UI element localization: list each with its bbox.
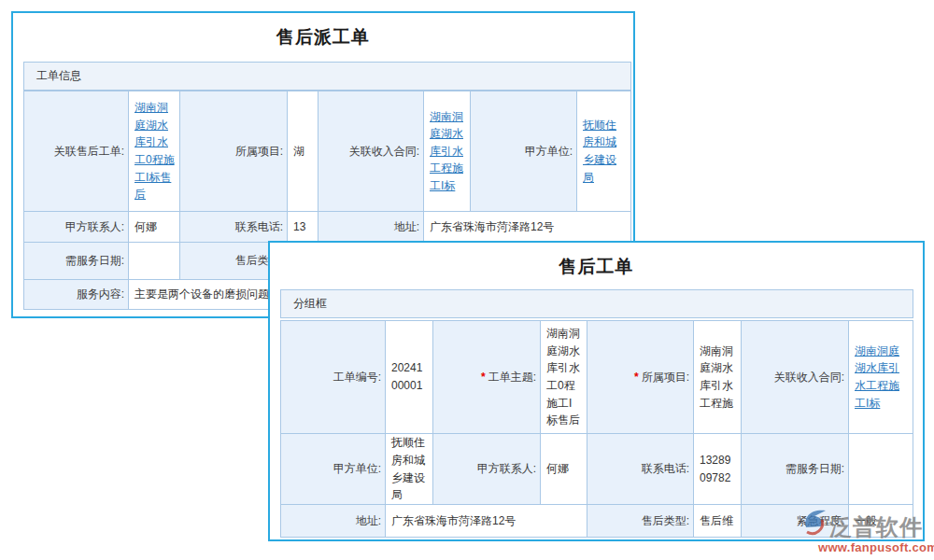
- workorder-title: 售后工单: [270, 255, 923, 279]
- wo-address-value: 广东省珠海市菏泽路12号: [386, 505, 587, 538]
- dispatch-group-header: 工单信息: [23, 62, 631, 91]
- dispatch-row-1: 关联售后工单: 湖南洞庭湖水库引水工0程施工I标售后 所属项目: 湖 关联收入合…: [24, 91, 631, 212]
- address-value: 广东省珠海市菏泽路12号: [424, 212, 631, 243]
- related-service-order-value: 湖南洞庭湖水库引水工0程施工I标售后: [129, 91, 180, 212]
- party-a-contact-value: 何娜: [129, 212, 180, 243]
- phone-value: 13: [288, 212, 318, 243]
- workorder-row-3: 地址: 广东省珠海市菏泽路12号 售后类型: 售后维 紧急程度: 一般: [281, 505, 913, 538]
- workorder-row-2: 甲方单位: 抚顺住房和城乡建设局 甲方联系人: 何娜 联系电话: 1328909…: [281, 434, 913, 505]
- page: 售后派工单 工单信息 关联售后工单: 湖南洞庭湖水库引水工0程施工I标售后 所属…: [0, 0, 934, 560]
- subject-label-text: 工单主题:: [488, 369, 536, 386]
- wo-income-contract-value: 湖南洞庭湖水库引水工程施工I标: [849, 321, 913, 434]
- service-date-value: [129, 243, 180, 280]
- workorder-group: 分组框 工单编号: 2024100001 *工单主题: 湖南洞庭湖水库引水工0程…: [280, 289, 913, 538]
- wo-party-a-contact-value: 何娜: [541, 434, 587, 505]
- related-service-order-link[interactable]: 湖南洞庭湖水库引水工0程施工I标售后: [134, 99, 175, 203]
- income-contract-value: 湖南洞庭湖水库引水工程施工I标: [424, 91, 471, 212]
- service-content-label: 服务内容:: [24, 280, 129, 310]
- wo-phone-value: 1328909782: [694, 434, 742, 505]
- address-label: 地址:: [318, 212, 424, 243]
- wo-party-a-unit-label: 甲方单位:: [281, 434, 386, 505]
- wo-phone-label: 联系电话:: [587, 434, 694, 505]
- income-contract-label: 关联收入合同:: [318, 91, 424, 212]
- project-value: 湖: [288, 91, 318, 212]
- wo-income-contract-label: 关联收入合同:: [742, 321, 849, 434]
- wo-party-a-contact-label: 甲方联系人:: [433, 434, 541, 505]
- required-asterisk: *: [481, 369, 486, 386]
- subject-label: *工单主题:: [433, 321, 541, 434]
- wo-project-value: 湖南洞庭湖水库引水工程施: [694, 321, 742, 434]
- wo-project-label-text: 所属项目:: [642, 369, 689, 386]
- workorder-group-header: 分组框: [280, 289, 913, 318]
- required-asterisk: *: [634, 369, 639, 386]
- order-no-label: 工单编号:: [281, 321, 386, 434]
- watermark-url-text: www.fanpusoft.com: [818, 540, 934, 554]
- dispatch-title: 售后派工单: [13, 25, 633, 49]
- subject-value: 湖南洞庭湖水库引水工0程施工I标售后: [541, 321, 587, 434]
- wo-service-type-label: 售后类型:: [587, 505, 694, 538]
- workorder-row-1: 工单编号: 2024100001 *工单主题: 湖南洞庭湖水库引水工0程施工I标…: [281, 321, 913, 434]
- wo-income-contract-link[interactable]: 湖南洞庭湖水库引水工程施工I标: [855, 343, 908, 412]
- wo-address-label: 地址:: [281, 505, 386, 538]
- income-contract-link[interactable]: 湖南洞庭湖水库引水工程施工I标: [430, 108, 465, 195]
- work-order-window: 售后工单 分组框 工单编号: 2024100001 *工单主题: 湖南洞庭湖水库…: [268, 241, 925, 541]
- wo-project-label: *所属项目:: [587, 321, 694, 434]
- wo-party-a-unit-value: 抚顺住房和城乡建设局: [386, 434, 433, 505]
- party-a-contact-label: 甲方联系人:: [24, 212, 129, 243]
- phone-label: 联系电话:: [180, 212, 288, 243]
- workorder-table: 工单编号: 2024100001 *工单主题: 湖南洞庭湖水库引水工0程施工I标…: [280, 320, 913, 538]
- order-no-value: 2024100001: [386, 321, 433, 434]
- related-service-order-label: 关联售后工单:: [24, 91, 129, 212]
- wo-urgency-label: 紧急程度:: [742, 505, 849, 538]
- project-label: 所属项目:: [180, 91, 288, 212]
- wo-urgency-value: 一般: [849, 505, 913, 538]
- party-a-unit-label: 甲方单位:: [471, 91, 577, 212]
- dispatch-row-2: 甲方联系人: 何娜 联系电话: 13 地址: 广东省珠海市菏泽路12号: [24, 212, 631, 243]
- party-a-unit-link[interactable]: 抚顺住房和城乡建设局: [583, 117, 626, 186]
- wo-service-date-label: 需服务日期:: [742, 434, 849, 505]
- wo-service-type-value: 售后维: [694, 505, 742, 538]
- service-date-label: 需服务日期:: [24, 243, 129, 280]
- party-a-unit-value: 抚顺住房和城乡建设局: [577, 91, 631, 212]
- wo-service-date-value: [849, 434, 913, 505]
